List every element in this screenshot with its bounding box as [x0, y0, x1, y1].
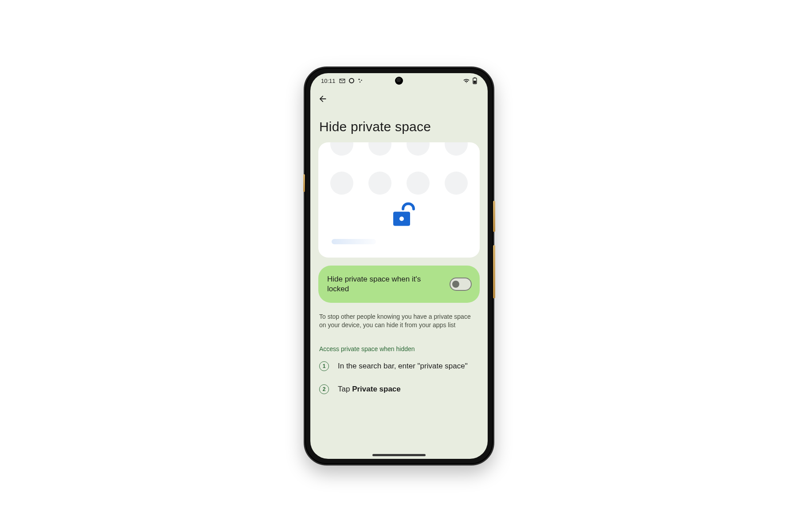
unlock-icon	[391, 202, 415, 230]
svg-point-0	[349, 78, 354, 83]
step-number-icon: 2	[319, 384, 329, 394]
phone-screen: 10:11	[310, 73, 488, 459]
svg-rect-6	[473, 81, 476, 83]
svg-point-8	[399, 216, 404, 221]
wifi-icon	[463, 78, 470, 83]
hero-illustration	[318, 142, 480, 258]
step-text: In the search bar, enter "private space"	[338, 361, 468, 371]
step-item: 2 Tap Private space	[319, 384, 479, 394]
hide-toggle-card[interactable]: Hide private space when it's locked	[318, 266, 480, 303]
app-bar	[310, 88, 488, 110]
gmail-icon	[339, 78, 345, 83]
description-text: To stop other people knowing you have a …	[318, 313, 480, 329]
steps-list: 1 In the search bar, enter "private spac…	[318, 361, 480, 394]
svg-point-1	[358, 78, 360, 80]
circle-icon	[349, 78, 354, 83]
nav-gesture-bar[interactable]	[372, 454, 426, 456]
step-item: 1 In the search bar, enter "private spac…	[319, 361, 479, 371]
hide-toggle-switch[interactable]	[450, 278, 472, 291]
arrow-back-icon	[318, 94, 328, 104]
front-camera	[395, 77, 403, 85]
status-time: 10:11	[321, 78, 336, 84]
step-number-icon: 1	[319, 361, 329, 371]
content-area: Hide private space	[310, 110, 488, 459]
hide-toggle-label: Hide private space when it's locked	[327, 274, 438, 294]
section-header: Access private space when hidden	[318, 345, 480, 352]
more-icon	[358, 78, 363, 83]
phone-frame: 10:11	[304, 66, 494, 466]
battery-icon	[473, 77, 477, 84]
step-text: Tap Private space	[338, 384, 401, 394]
page-title: Hide private space	[319, 119, 480, 134]
svg-point-3	[359, 82, 360, 82]
back-button[interactable]	[314, 90, 332, 108]
svg-rect-5	[474, 78, 476, 78]
svg-point-2	[361, 80, 362, 81]
